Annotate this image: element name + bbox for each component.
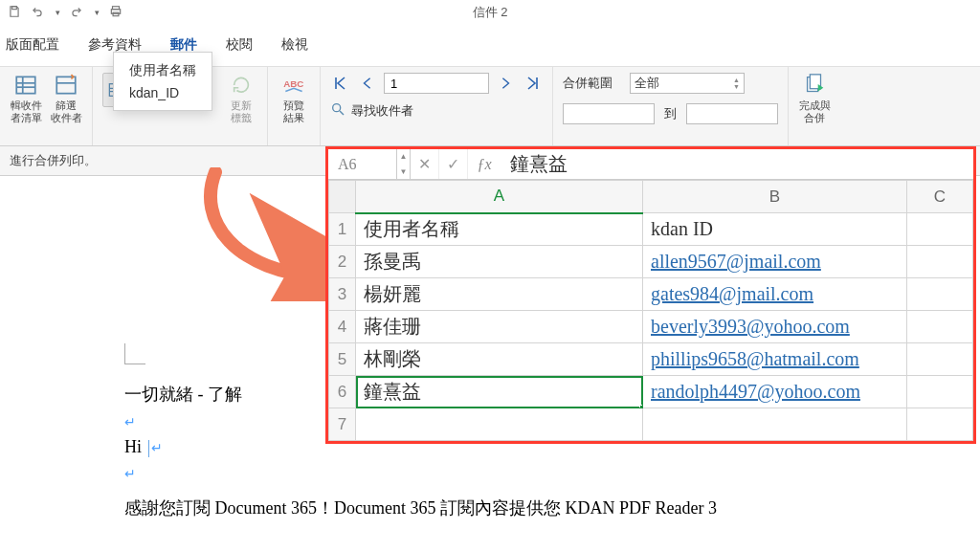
select-all-corner[interactable] [329, 181, 356, 213]
cell[interactable]: phillips9658@hatmail.com [643, 343, 907, 376]
cell[interactable]: beverly3993@yohoo.com [643, 311, 907, 343]
cell[interactable] [356, 408, 643, 441]
table-row[interactable]: 3楊妍麗gates984@jmail.com [329, 278, 973, 311]
formula-bar[interactable]: 鐘熹益 [501, 151, 568, 177]
merge-field-header: 使用者名稱 [129, 62, 196, 79]
cell[interactable]: randolph4497@yohoo.com [643, 376, 907, 408]
excel-overlay: A6 ▲▼ ✕ ✓ ƒx 鐘熹益 A B C 1使用者名稱kdan ID2孫曼禹… [325, 146, 976, 444]
titlebar: ▾ ▾ 信件 2 [0, 0, 980, 25]
cell[interactable] [907, 376, 973, 408]
redo-icon[interactable] [70, 5, 83, 21]
column-header-b[interactable]: B [643, 181, 907, 213]
cell[interactable] [907, 311, 973, 343]
cell[interactable]: 孫曼禹 [356, 246, 643, 278]
svg-text:ABC: ABC [283, 78, 303, 89]
doc-body-line: 感謝您訂閱 Document 365！Document 365 訂閱內容提供您 … [124, 496, 980, 519]
filter-recipients-button[interactable]: 篩選 收件者 [50, 73, 82, 124]
fx-icon[interactable]: ƒx [468, 149, 501, 179]
merge-from-input[interactable] [563, 103, 655, 124]
first-record-button[interactable] [330, 73, 351, 94]
worksheet-grid[interactable]: A B C 1使用者名稱kdan ID2孫曼禹allen9567@jmail.c… [328, 180, 973, 441]
row-header[interactable]: 2 [329, 246, 356, 278]
svg-rect-8 [56, 77, 76, 93]
cell[interactable]: 林剛榮 [356, 343, 643, 376]
column-header-a[interactable]: A [356, 181, 643, 213]
cell[interactable]: allen9567@jmail.com [643, 246, 907, 278]
table-row[interactable]: 5林剛榮phillips9658@hatmail.com [329, 343, 973, 376]
svg-line-19 [340, 111, 344, 115]
fill-handle[interactable] [639, 405, 643, 408]
record-number-input[interactable] [384, 73, 489, 94]
merge-range-label: 合併範圍 [563, 75, 612, 92]
cell[interactable] [907, 213, 973, 246]
cell[interactable]: 使用者名稱 [356, 213, 643, 246]
cell[interactable] [907, 408, 973, 441]
save-icon[interactable] [8, 5, 21, 21]
row-header[interactable]: 3 [329, 278, 356, 311]
svg-rect-0 [12, 6, 17, 9]
table-row[interactable]: 1使用者名稱kdan ID [329, 213, 973, 246]
cell[interactable] [643, 408, 907, 441]
merge-to-label: 到 [664, 105, 677, 122]
tab-review[interactable]: 校閱 [224, 33, 255, 66]
tab-layout[interactable]: 版面配置 [4, 33, 61, 66]
table-row[interactable]: 7 [329, 408, 973, 441]
undo-dropdown-icon[interactable]: ▾ [56, 8, 60, 17]
last-record-button[interactable] [522, 73, 543, 94]
next-record-button[interactable] [495, 73, 516, 94]
merge-field-option-kdan-id[interactable]: kdan_ID [129, 85, 196, 100]
prev-record-button[interactable] [357, 73, 378, 94]
cell[interactable]: 蔣佳珊 [356, 311, 643, 343]
edit-recipients-button[interactable]: 輯收件 者清單 [10, 73, 42, 124]
text-cursor [148, 440, 149, 457]
cell[interactable] [907, 246, 973, 278]
cell[interactable]: gates984@jmail.com [643, 278, 907, 311]
paragraph-mark-icon: ↵ [124, 467, 136, 481]
page-corner-mark [124, 343, 145, 364]
tab-view[interactable]: 檢視 [279, 33, 310, 66]
row-header[interactable]: 4 [329, 311, 356, 343]
table-row[interactable]: 2孫曼禹allen9567@jmail.com [329, 246, 973, 278]
column-header-c[interactable]: C [907, 181, 973, 213]
name-box-stepper[interactable]: ▲▼ [397, 149, 411, 179]
confirm-formula-icon[interactable]: ✓ [439, 149, 468, 179]
table-row[interactable]: 6鐘熹益randolph4497@yohoo.com [329, 376, 973, 408]
print-icon[interactable] [109, 5, 122, 21]
row-header[interactable]: 7 [329, 408, 356, 441]
paragraph-mark-icon: ↵ [151, 441, 163, 455]
find-recipient-label[interactable]: 尋找收件者 [351, 102, 413, 120]
merge-field-dropdown: 使用者名稱 kdan_ID [113, 52, 212, 111]
merge-to-input[interactable] [686, 103, 778, 124]
svg-point-18 [333, 104, 341, 112]
update-labels-button[interactable]: 更新 標籤 [225, 73, 257, 124]
svg-rect-4 [16, 77, 35, 93]
finish-merge-button[interactable]: 完成與 合併 [798, 73, 831, 124]
preview-results-button[interactable]: ABC 預覽 結果 [278, 73, 310, 124]
row-header[interactable]: 6 [329, 376, 356, 408]
svg-rect-3 [113, 12, 119, 16]
cell[interactable] [907, 343, 973, 376]
row-header[interactable]: 5 [329, 343, 356, 376]
cell[interactable]: 鐘熹益 [356, 376, 643, 408]
name-box[interactable]: A6 [328, 149, 397, 179]
undo-icon[interactable] [31, 5, 44, 21]
cell[interactable]: kdan ID [643, 213, 907, 246]
cell[interactable] [907, 278, 973, 311]
cancel-formula-icon[interactable]: ✕ [411, 149, 439, 179]
row-header[interactable]: 1 [329, 213, 356, 246]
merge-range-select[interactable]: 全部 ▲▼ [630, 73, 745, 94]
cell[interactable]: 楊妍麗 [356, 278, 643, 311]
document-title: 信件 2 [473, 4, 508, 21]
redo-dropdown-icon[interactable]: ▾ [95, 8, 100, 17]
table-row[interactable]: 4蔣佳珊beverly3993@yohoo.com [329, 311, 973, 343]
find-recipient-icon[interactable] [330, 101, 345, 120]
paragraph-mark-icon: ↵ [124, 415, 136, 430]
